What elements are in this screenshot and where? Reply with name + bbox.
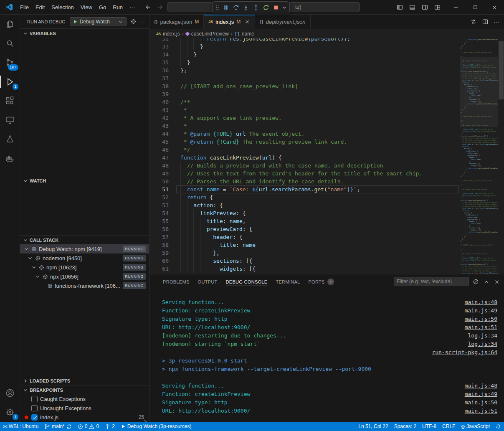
status-problems[interactable]: 00 <box>75 422 102 431</box>
status-remote[interactable]: ><WSL: Ubuntu <box>0 422 41 431</box>
toggle-sidebar-icon[interactable] <box>394 3 405 13</box>
line-number[interactable]: 48 <box>149 162 169 170</box>
line-number[interactable]: 38 <box>149 82 169 90</box>
line-number[interactable]: 41 <box>149 106 169 114</box>
close-button[interactable] <box>485 0 504 15</box>
console-source-link[interactable]: main.js:51 <box>465 324 497 330</box>
expand-session-icon[interactable] <box>23 246 29 252</box>
toggle-panel-icon[interactable] <box>407 3 418 13</box>
status-branch[interactable]: main* <box>41 422 75 431</box>
maximize-button[interactable] <box>466 0 485 15</box>
line-number[interactable]: 47 <box>149 154 169 162</box>
section-call-stack[interactable]: CALL STACK <box>20 235 149 244</box>
clear-console-icon[interactable] <box>473 279 479 285</box>
activity-source-control[interactable]: 1K+ <box>0 53 20 72</box>
toggle-secondary-sidebar-icon[interactable] <box>419 3 430 13</box>
configure-launch-icon[interactable] <box>130 18 137 25</box>
line-number[interactable]: 43 <box>149 122 169 130</box>
status-language[interactable]: {}JavaScript <box>458 422 493 431</box>
menu-go[interactable]: Go <box>96 3 109 12</box>
status-debug-session[interactable]: Debug Watch (3p-resources) <box>118 422 195 431</box>
tab-index.js[interactable]: JSindex.jsM <box>204 15 255 29</box>
console-source-link[interactable]: run-script-pkg.js:64 <box>432 349 497 355</box>
line-number[interactable]: 44 <box>149 130 169 138</box>
scrollbar-thumb[interactable] <box>499 41 504 99</box>
close-panel-icon[interactable] <box>494 279 500 285</box>
line-number[interactable]: 49 <box>149 170 169 177</box>
minimap-slider[interactable] <box>460 57 498 127</box>
activity-testing[interactable] <box>0 130 20 149</box>
sidebar-more-actions[interactable]: ··· <box>140 18 146 25</box>
console-source-link[interactable]: main.js:49 <box>465 391 497 397</box>
restart-button[interactable] <box>261 3 271 12</box>
status-notifications[interactable] <box>493 422 504 431</box>
back-icon[interactable] <box>145 4 152 10</box>
open-changes-icon[interactable] <box>470 18 477 25</box>
menu-file[interactable]: File <box>17 3 32 12</box>
breadcrumb-caseLinkPreview[interactable]: caseLinkPreview <box>186 31 229 37</box>
breakpoint-checkbox[interactable] <box>31 396 38 402</box>
breakpoint-row[interactable]: Uncaught Exceptions <box>20 403 149 413</box>
console-source-link[interactable]: main.js:48 <box>465 299 497 305</box>
breadcrumb-name[interactable]: []name <box>235 31 254 37</box>
activity-accounts[interactable] <box>0 383 20 403</box>
line-number[interactable]: 35 <box>149 58 169 66</box>
line-number[interactable]: 58 <box>149 241 169 249</box>
line-number[interactable]: 42 <box>149 114 169 122</box>
section-variables[interactable]: VARIABLES <box>20 28 149 38</box>
debug-toolbar-drag-icon[interactable] <box>215 4 220 11</box>
breakpoint-checkbox[interactable] <box>31 414 38 421</box>
activity-extensions[interactable] <box>0 91 20 111</box>
step-into-button[interactable] <box>241 3 251 12</box>
tab-deployment.json[interactable]: {}deployment.json <box>255 15 310 29</box>
status-cursor-position[interactable]: Ln 51, Col 22 <box>355 422 391 431</box>
start-debugging-icon[interactable] <box>73 19 78 24</box>
callstack-session[interactable]: nodemon [9450]RUNNING <box>20 254 149 263</box>
line-number[interactable]: 34 <box>149 51 169 58</box>
pause-button[interactable] <box>221 3 230 12</box>
breadcrumb-index.js[interactable]: JSindex.js <box>156 31 180 37</box>
callstack-session[interactable]: npx [10656]RUNNING <box>20 272 149 281</box>
callstack-session[interactable]: Debug Watch: npm [9419]RUNNING <box>20 244 149 254</box>
section-loaded-scripts[interactable]: LOADED SCRIPTS <box>20 376 149 385</box>
maximize-panel-icon[interactable] <box>484 279 489 285</box>
panel-tab-output[interactable]: OUTPUT <box>194 274 222 289</box>
console-source-link[interactable]: main.js:49 <box>465 307 497 314</box>
line-number[interactable]: 52 <box>149 193 169 201</box>
tab-package.json[interactable]: {}package.jsonM <box>149 15 204 29</box>
callstack-session[interactable]: functions-framework [106...RUNNING <box>20 281 149 290</box>
forward-icon[interactable] <box>157 4 163 10</box>
line-number[interactable]: 53 <box>149 201 169 209</box>
panel-tab-terminal[interactable]: TERMINAL <box>271 274 304 289</box>
step-over-button[interactable] <box>231 3 241 12</box>
line-number[interactable]: 36 <box>149 66 169 74</box>
status-indentation[interactable]: Spaces: 2 <box>391 422 419 431</box>
line-number[interactable]: 50 <box>149 177 169 185</box>
minimize-button[interactable] <box>446 0 466 15</box>
line-number[interactable]: 61 <box>149 265 169 273</box>
callstack-session[interactable]: npm [10623]RUNNING <box>20 263 149 272</box>
line-number[interactable]: 45 <box>149 138 169 146</box>
editor-more-actions[interactable]: ··· <box>494 19 499 25</box>
close-tab-icon[interactable] <box>244 19 250 25</box>
customize-layout-icon[interactable] <box>432 3 443 13</box>
activity-remote-explorer[interactable] <box>0 111 20 130</box>
line-number[interactable]: 59 <box>149 249 169 257</box>
line-number[interactable]: 33 <box>149 43 169 51</box>
menu-selection[interactable]: Selection <box>48 3 77 12</box>
line-number[interactable]: 57 <box>149 233 169 241</box>
panel-tab-ports[interactable]: PORTS2 <box>304 274 338 289</box>
status-encoding[interactable]: UTF-8 <box>419 422 439 431</box>
line-number[interactable]: 54 <box>149 209 169 217</box>
breakpoint-row[interactable]: index.js25 <box>20 413 149 422</box>
line-number[interactable]: 56 <box>149 225 169 233</box>
panel-tab-debug-console[interactable]: DEBUG CONSOLE <box>222 274 272 289</box>
line-number[interactable]: 39 <box>149 90 169 98</box>
breakpoint-checkbox[interactable] <box>31 405 38 411</box>
console-source-link[interactable]: main.js:50 <box>465 399 497 406</box>
activity-explorer[interactable] <box>0 15 20 34</box>
debug-session-picker-icon[interactable] <box>281 5 287 10</box>
console-source-link[interactable]: main.js:51 <box>465 408 497 414</box>
line-number[interactable]: 40 <box>149 98 169 106</box>
code-editor[interactable]: 32 return res.json(caseLinkPreview(parse… <box>149 38 504 274</box>
